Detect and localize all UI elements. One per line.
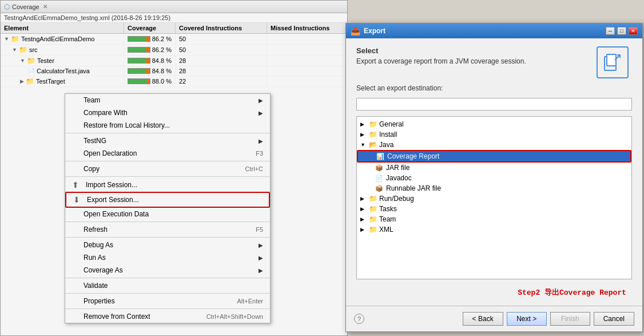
row-coverage: 88.0 % (124, 76, 176, 86)
expand-arrow-icon: ▼ (360, 142, 367, 148)
submenu-arrow-icon: ▶ (259, 242, 263, 248)
panel-subtitle: TestngAndEclEmmaDemo_testng.xml (2016-8-… (1, 13, 347, 23)
table-row[interactable]: ▼ 📁 Tester 84.8 % 28 (1, 56, 347, 66)
tree-label: Team (379, 215, 396, 223)
menu-item-team[interactable]: Team ▶ (65, 94, 270, 106)
row-coverage: 84.8 % (124, 66, 176, 76)
panel-titlebar: ⬡ Coverage ✕ (1, 1, 347, 13)
menu-label: Debug As (84, 241, 113, 249)
javadoc-icon: 📄 (375, 175, 383, 182)
tree-item-javadoc[interactable]: 📄 Javadoc (357, 173, 631, 183)
context-menu: Team ▶ Compare With ▶ Restore from Local… (65, 93, 271, 323)
dialog-titlebar: 📤 Export ─ □ ✕ (346, 23, 642, 38)
folder-closed-icon: 📁 (369, 195, 377, 203)
destination-label: Select an export destination: (356, 84, 632, 92)
coverage-bar (128, 58, 150, 64)
row-name: TestngAndEclEmmaDemo (21, 35, 94, 42)
folder-icon: 📁 (19, 46, 27, 54)
tree-item-tasks[interactable]: ▶ 📁 Tasks (357, 204, 631, 214)
menu-label: Copy (84, 165, 100, 173)
jar-icon: 📦 (375, 164, 383, 172)
menu-item-remove-from-context[interactable]: Remove from Context Ctrl+Alt+Shift+Down (65, 310, 270, 323)
tree-item-install[interactable]: ▶ 📁 Install (357, 129, 631, 140)
tree-item-coverage-report[interactable]: 📊 Coverage Report (357, 150, 631, 163)
expand-icon[interactable]: ▼ (12, 47, 17, 53)
menu-item-testng[interactable]: TestNG ▶ (65, 135, 270, 147)
section-title: Select (356, 46, 526, 55)
tree-label: Coverage Report (387, 152, 439, 160)
folder-icon: 📁 (26, 77, 34, 85)
help-button[interactable]: ? (354, 314, 364, 324)
coverage-value: 84.8 % (152, 57, 172, 64)
cancel-button[interactable]: Cancel (594, 312, 634, 326)
dialog-close-button[interactable]: ✕ (629, 27, 638, 35)
dialog-description: Export a coverage report from a JVM cove… (356, 57, 526, 65)
folder-closed-icon: 📁 (369, 215, 377, 223)
row-element: ▼ 📁 src (1, 45, 124, 55)
row-coverage: 84.8 % (124, 56, 176, 66)
dialog-minimize-button[interactable]: ─ (606, 27, 615, 35)
menu-item-properties[interactable]: Properties Alt+Enter (65, 295, 270, 307)
tree-item-xml[interactable]: ▶ 📁 XML (357, 224, 631, 235)
coverage-value: 84.8 % (152, 68, 172, 74)
tree-item-jar-file[interactable]: 📦 JAR file (357, 163, 631, 173)
search-input[interactable] (356, 98, 632, 110)
coverage-bar (128, 68, 150, 74)
menu-item-open-declaration[interactable]: Open Declaration F3 (65, 147, 270, 160)
next-button[interactable]: Next > (507, 312, 547, 326)
menu-item-debug-as[interactable]: Debug As ▶ (65, 239, 270, 251)
menu-separator (65, 309, 270, 309)
back-button[interactable]: < Back (463, 312, 503, 326)
finish-button[interactable]: Finish (550, 312, 590, 326)
tree-item-run-debug[interactable]: ▶ 📁 Run/Debug (357, 193, 631, 204)
row-missed (267, 56, 347, 66)
panel-close-icon[interactable]: ✕ (43, 3, 47, 10)
menu-item-coverage-as[interactable]: Coverage As ▶ (65, 264, 270, 276)
menu-separator (65, 278, 270, 278)
table-row[interactable]: 📄 CalculatorTest.java 84.8 % 28 (1, 66, 347, 76)
menu-label: Remove from Context (84, 313, 150, 321)
tree-item-team[interactable]: ▶ 📁 Team (357, 214, 631, 224)
tree-label: Tasks (379, 205, 397, 213)
folder-icon: 📁 (27, 57, 35, 65)
menu-item-export-session[interactable]: ⬇ Export Session... (65, 192, 270, 208)
menu-item-refresh[interactable]: Refresh F5 (65, 223, 270, 236)
export-graphic-icon (597, 46, 629, 78)
menu-label: Properties (84, 297, 115, 305)
menu-item-restore[interactable]: Restore from Local History... (65, 119, 270, 132)
menu-label: Coverage As (84, 266, 123, 274)
expand-icon[interactable]: ▶ (20, 78, 24, 84)
export-icon: ⬇ (71, 195, 82, 204)
menu-separator (65, 222, 270, 222)
tree-item-java[interactable]: ▼ 📂 Java (357, 140, 631, 150)
menu-item-import-session[interactable]: ⬆ Import Session... (65, 178, 270, 192)
menu-item-validate[interactable]: Validate (65, 279, 270, 292)
folder-closed-icon: 📁 (369, 226, 377, 234)
folder-closed-icon: 📁 (369, 131, 377, 139)
tree-item-general[interactable]: ▶ 📁 General (357, 119, 631, 129)
row-name: src (29, 46, 38, 53)
menu-item-compare-with[interactable]: Compare With ▶ (65, 106, 270, 119)
col-element: Element (1, 23, 124, 33)
dialog-maximize-button[interactable]: □ (617, 27, 626, 35)
shortcut-label: Alt+Enter (237, 298, 263, 305)
menu-item-copy[interactable]: Copy Ctrl+C (65, 163, 270, 175)
footer-buttons: < Back Next > Finish Cancel (463, 312, 634, 326)
expand-icon[interactable]: ▼ (20, 58, 25, 64)
expand-icon[interactable]: ▼ (4, 36, 9, 42)
menu-label: Open Declaration (84, 149, 137, 157)
import-icon: ⬆ (70, 180, 81, 189)
expand-arrow-icon: ▶ (360, 196, 367, 201)
tree-item-runnable-jar[interactable]: 📦 Runnable JAR file (357, 183, 631, 193)
menu-item-run-as[interactable]: Run As ▶ (65, 251, 270, 264)
coverage-value: 86.2 % (152, 35, 172, 42)
menu-item-open-exec-data[interactable]: Open Execution Data (65, 208, 270, 220)
shortcut-label: Ctrl+C (245, 165, 263, 172)
table-row[interactable]: ▼ 📁 src 86.2 % 50 (1, 45, 347, 56)
coverage-bar (128, 78, 150, 84)
table-row[interactable]: ▼ 📁 TestngAndEclEmmaDemo 86.2 % 50 (1, 34, 347, 45)
row-missed (267, 45, 347, 55)
row-covered: 50 (176, 34, 267, 44)
table-row[interactable]: ▶ 📁 TestTarget 88.0 % 22 (1, 76, 347, 87)
dialog-title: 📤 Export (351, 26, 385, 35)
